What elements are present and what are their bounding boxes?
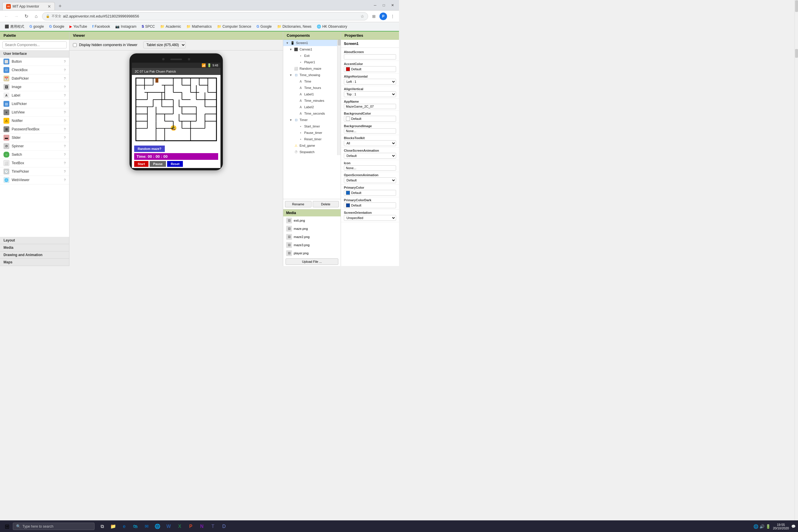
primary-color-display[interactable]: Default	[344, 190, 396, 196]
media-item-exit[interactable]: 🖼 exit.png	[283, 216, 341, 225]
media-item-maze2[interactable]: 🖼 maze2.png	[283, 233, 341, 241]
listpicker-help-icon[interactable]: ?	[64, 102, 65, 106]
time-showing-toggle[interactable]: ▼	[289, 73, 292, 77]
reset-button[interactable]: Reset	[167, 161, 183, 167]
align-horizontal-select[interactable]: Left : 1	[344, 79, 396, 84]
url-bar[interactable]: 🔒 不安全 ai2.appinventor.mit.edu/#521802999…	[42, 12, 368, 20]
comp-tree-scrollbar[interactable]	[337, 40, 341, 155]
component-passwordtextbox[interactable]: ⊞ PasswordTextBox ?	[0, 125, 69, 134]
component-timepicker[interactable]: 🕐 TimePicker ?	[0, 167, 69, 176]
pause-button[interactable]: Pause	[150, 161, 166, 167]
component-checkbox[interactable]: ☑ CheckBox ?	[0, 66, 69, 74]
tree-item-time[interactable]: A Time	[283, 78, 337, 84]
bookmark-apps[interactable]: ⬛ 應用程式	[2, 23, 26, 30]
tree-item-exit[interactable]: ▪ Exit	[283, 53, 337, 59]
layout-section[interactable]: Layout	[0, 237, 69, 244]
component-image[interactable]: 🖼 Image ?	[0, 83, 69, 91]
tree-item-player1[interactable]: ▪ Player1	[283, 59, 337, 65]
avatar[interactable]: P	[379, 13, 387, 20]
upload-file-button[interactable]: Upload File ...	[286, 259, 338, 265]
canvas1-toggle[interactable]: ▼	[289, 48, 292, 51]
bookmark-star-icon[interactable]: ☆	[361, 14, 364, 19]
maps-section[interactable]: Maps	[0, 259, 69, 266]
home-button[interactable]: ⌂	[32, 12, 40, 20]
image-help-icon[interactable]: ?	[64, 85, 65, 89]
browser-tab[interactable]: AI MIT App Inventor ✕	[2, 2, 55, 10]
tree-item-stopwatch[interactable]: ⏱ Stopwatch	[283, 149, 337, 155]
app-name-input[interactable]	[344, 104, 396, 109]
new-tab-button[interactable]: +	[56, 2, 64, 10]
checkbox-help-icon[interactable]: ?	[64, 68, 65, 72]
component-listview[interactable]: ≡ ListView ?	[0, 108, 69, 117]
component-slider[interactable]: ▬ Slider ?	[0, 134, 69, 142]
search-components-input[interactable]	[2, 41, 67, 49]
component-switch[interactable]: ○ Switch ?	[0, 151, 69, 159]
bookmark-instagram[interactable]: 📷 Instagram	[113, 24, 138, 30]
back-button[interactable]: ←	[2, 12, 11, 20]
component-label[interactable]: A Label ?	[0, 91, 69, 100]
bookmark-dicts[interactable]: 📁 Dictionaries, News	[275, 24, 314, 30]
accent-color-display[interactable]: Default	[344, 66, 396, 72]
user-interface-section[interactable]: User Interface	[0, 50, 69, 57]
component-webviewer[interactable]: 🌐 WebViewer ?	[0, 176, 69, 184]
drawing-animation-section[interactable]: Drawing and Animation	[0, 251, 69, 259]
background-image-input[interactable]	[344, 128, 396, 134]
tree-item-label1[interactable]: A Label1	[283, 91, 337, 97]
tree-item-label2[interactable]: A Label2	[283, 104, 337, 110]
delete-button[interactable]: Delete	[313, 201, 339, 207]
bookmark-facebook[interactable]: f Facebook	[90, 24, 113, 30]
align-vertical-select[interactable]: Top : 1	[344, 91, 396, 97]
timepicker-help-icon[interactable]: ?	[64, 170, 65, 173]
textbox-help-icon[interactable]: ?	[64, 161, 65, 165]
bookmark-mathematics[interactable]: 📁 Mathematics	[184, 24, 214, 30]
tree-item-timer[interactable]: ▼ ⊡ Timer	[283, 117, 337, 123]
media-section[interactable]: Media	[0, 244, 69, 251]
label-help-icon[interactable]: ?	[64, 94, 65, 97]
maximize-button[interactable]: □	[380, 1, 388, 10]
bookmark-academic[interactable]: 📁 Academic	[158, 24, 184, 30]
hidden-components-checkbox[interactable]	[73, 43, 77, 47]
background-color-display[interactable]: Default	[344, 116, 396, 121]
rename-button[interactable]: Rename	[285, 201, 311, 207]
tree-item-start-timer[interactable]: ▪ Start_timer	[283, 123, 337, 130]
tree-item-canvas1[interactable]: ▼ ⬛ Canvas1	[283, 46, 337, 53]
tree-item-time-hours[interactable]: A Time_hours	[283, 84, 337, 91]
profile-icon[interactable]: P	[379, 12, 387, 20]
blocks-toolkit-select[interactable]: All	[344, 140, 396, 146]
screen1-toggle[interactable]: ▼	[286, 41, 289, 45]
button-help-icon[interactable]: ?	[64, 60, 65, 63]
component-listpicker[interactable]: ▤ ListPicker ?	[0, 100, 69, 108]
refresh-button[interactable]: ↻	[22, 12, 30, 20]
tab-close-btn[interactable]: ✕	[48, 4, 51, 9]
close-screen-animation-select[interactable]: Default	[344, 153, 396, 159]
component-notifier[interactable]: ⚠ Notifier ?	[0, 117, 69, 125]
bookmark-hk-obs[interactable]: 🌐 HK Observatory	[315, 24, 349, 30]
tree-item-end-game[interactable]: ⚠ End_game	[283, 142, 337, 149]
bookmark-google-3[interactable]: G Google	[254, 24, 274, 30]
notifier-help-icon[interactable]: ?	[64, 119, 65, 122]
bookmark-google-1[interactable]: G google	[27, 24, 46, 30]
bookmark-spcc[interactable]: S SPCC	[139, 24, 157, 30]
close-button[interactable]: ✕	[388, 1, 397, 10]
media-item-maze3[interactable]: 🖼 maze3.png	[283, 241, 341, 249]
bookmark-google-2[interactable]: G Google	[47, 24, 66, 30]
media-item-maze[interactable]: 🖼 maze.png	[283, 225, 341, 233]
open-screen-animation-select[interactable]: Default	[344, 177, 396, 183]
component-button[interactable]: ⬜ Button ?	[0, 57, 69, 66]
bookmark-computer-science[interactable]: 📁 Computer Science	[215, 24, 254, 30]
component-datepicker[interactable]: 📅 DatePicker ?	[0, 74, 69, 83]
component-textbox[interactable]: ⬜ TextBox ?	[0, 159, 69, 167]
start-button[interactable]: Start	[134, 161, 149, 167]
icon-input[interactable]	[344, 165, 396, 171]
tree-item-time-showing[interactable]: ▼ ⊡ Time_showing	[283, 72, 337, 78]
tree-item-pause-timer[interactable]: ▪ Pause_timer	[283, 130, 337, 136]
spinner-help-icon[interactable]: ?	[64, 145, 65, 148]
screen-orientation-select[interactable]: Unspecified	[344, 215, 396, 221]
tree-item-time-minutes[interactable]: A Time_minutes	[283, 97, 337, 104]
bookmark-youtube[interactable]: ▶ YouTube	[67, 24, 89, 30]
minimize-button[interactable]: ─	[371, 1, 379, 10]
switch-help-icon[interactable]: ?	[64, 153, 65, 156]
primary-color-dark-display[interactable]: Default	[344, 203, 396, 208]
menu-icon[interactable]: ⋮	[388, 12, 397, 20]
media-item-player[interactable]: 🖼 player.png	[283, 249, 341, 257]
